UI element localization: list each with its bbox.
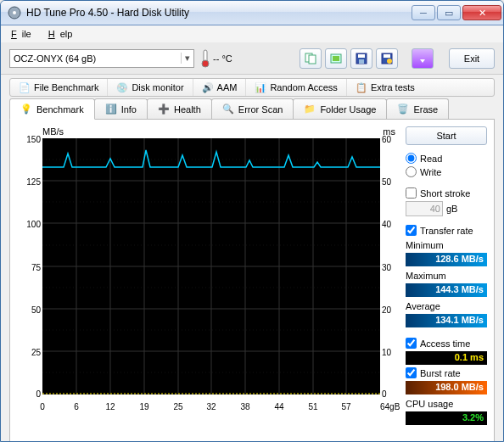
tab-error-scan[interactable]: 🔍Error Scan <box>211 98 294 119</box>
maximize-button[interactable]: ▭ <box>437 5 461 20</box>
copy-info-button[interactable] <box>300 48 322 69</box>
tab-aam[interactable]: 🔊AAM <box>193 79 247 96</box>
tab-erase[interactable]: 🗑️Erase <box>386 98 449 119</box>
maximum-value: 144.3 MB/s <box>406 283 487 297</box>
svg-rect-9 <box>358 54 365 58</box>
close-button[interactable]: ✕ <box>462 5 501 20</box>
benchmark-chart: 150 125 100 75 50 25 0 60 50 40 30 20 10… <box>17 138 399 411</box>
short-stroke-check[interactable]: Short stroke <box>406 187 487 199</box>
tab-benchmark[interactable]: 💡Benchmark <box>9 98 95 120</box>
start-button[interactable]: Start <box>406 126 487 145</box>
main-tab-row: 💡Benchmark ℹ️Info ➕Health 🔍Error Scan 📁F… <box>9 98 495 119</box>
file-icon: 📄 <box>19 81 31 93</box>
app-icon <box>8 6 21 20</box>
svg-rect-5 <box>309 55 316 64</box>
disk-icon: 💿 <box>116 81 128 93</box>
svg-point-13 <box>387 59 392 64</box>
burst-rate-value: 198.0 MB/s <box>406 381 487 394</box>
toolbar: OCZ-ONYX (64 gB) ▾ -- °C Exit <box>1 42 503 75</box>
svg-rect-12 <box>384 54 390 58</box>
drive-select[interactable]: OCZ-ONYX (64 gB) ▾ <box>9 49 194 68</box>
list-icon: 📋 <box>356 81 367 93</box>
minimize-button[interactable]: ─ <box>412 5 435 20</box>
options-save-button[interactable] <box>376 48 398 69</box>
cpu-usage-value: 3.2% <box>406 411 487 425</box>
app-window: HD Tune Pro 4.50 - Hard Disk Utility ─ ▭… <box>0 0 504 442</box>
copy-screenshot-button[interactable] <box>325 48 347 69</box>
chevron-down-icon: ▾ <box>181 53 190 64</box>
window-title: HD Tune Pro 4.50 - Hard Disk Utility <box>26 7 412 19</box>
menu-help[interactable]: Help <box>43 27 83 41</box>
folder-icon: 📁 <box>304 104 316 115</box>
tab-extra-tests[interactable]: 📋Extra tests <box>347 79 423 96</box>
save-button[interactable] <box>350 48 372 69</box>
minimum-value: 128.6 MB/s <box>406 253 487 266</box>
tab-disk-monitor[interactable]: 💿Disk monitor <box>108 79 193 96</box>
average-value: 134.1 MB/s <box>406 314 487 327</box>
titlebar[interactable]: HD Tune Pro 4.50 - Hard Disk Utility ─ ▭… <box>1 1 503 25</box>
health-icon: ➕ <box>158 104 170 115</box>
svg-point-3 <box>202 60 209 67</box>
short-stroke-value <box>406 201 443 216</box>
write-radio[interactable]: Write <box>406 166 487 177</box>
tab-folder-usage[interactable]: 📁Folder Usage <box>293 98 387 119</box>
menu-file[interactable]: File <box>6 27 42 41</box>
benchmark-panel: MB/s ms <box>9 119 495 442</box>
top-tab-row: 📄File Benchmark 💿Disk monitor 🔊AAM 📊Rand… <box>9 78 495 97</box>
thermometer-icon <box>201 49 210 68</box>
trash-icon: 🗑️ <box>397 104 409 115</box>
info-icon: ℹ️ <box>105 104 117 115</box>
download-button[interactable] <box>412 48 434 69</box>
svg-rect-7 <box>333 56 339 61</box>
tab-info[interactable]: ℹ️Info <box>94 98 148 119</box>
random-icon: 📊 <box>255 81 266 93</box>
read-radio[interactable]: Read <box>406 153 487 164</box>
speaker-icon: 🔊 <box>202 81 214 93</box>
svg-rect-10 <box>359 59 364 64</box>
bulb-icon: 💡 <box>20 104 32 115</box>
exit-button[interactable]: Exit <box>449 48 495 69</box>
temperature-display: -- °C <box>201 49 232 68</box>
menubar: File Help <box>1 25 503 42</box>
transfer-rate-check[interactable]: Transfer rate <box>406 225 487 236</box>
access-time-check[interactable]: Access time <box>406 338 487 349</box>
tab-random-access[interactable]: 📊Random Access <box>246 79 346 96</box>
burst-rate-check[interactable]: Burst rate <box>406 367 487 378</box>
side-panel: Start Read Write Short stroke gB Transfe… <box>406 126 487 437</box>
tab-file-benchmark[interactable]: 📄File Benchmark <box>10 79 108 96</box>
svg-point-1 <box>13 11 16 14</box>
access-time-value: 0.1 ms <box>406 351 487 365</box>
y-left-unit: MB/s <box>42 126 64 137</box>
tab-health[interactable]: ➕Health <box>147 98 212 119</box>
temperature-value: -- °C <box>213 53 232 64</box>
drive-select-text: OCZ-ONYX (64 gB) <box>14 53 96 64</box>
search-icon: 🔍 <box>222 104 234 115</box>
